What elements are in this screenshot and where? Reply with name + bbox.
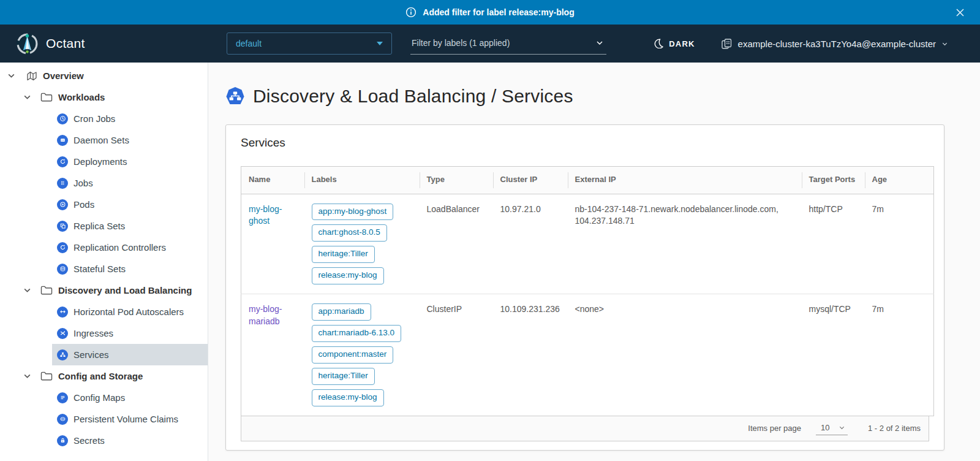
folder-icon [40,92,53,102]
cluster-selector[interactable]: example-cluster-ka3TuTzYo4a@example-clus… [721,38,948,50]
label-badge[interactable]: app:mariadb [312,303,371,321]
sidebar-item-label: Deployments [74,156,127,167]
sidebar-item-label: Replica Sets [74,221,125,231]
cell-labels: app:my-blog-ghost chart:ghost-8.0.5 heri… [304,194,420,294]
stateful-sets-icon [57,264,68,275]
label-filter-dropdown[interactable]: Filter by labels (1 applied) [410,32,606,55]
sidebar-item-label: Services [74,349,109,360]
sidebar-item-persistent-volume-claims[interactable]: Persistent Volume Claims [52,408,208,430]
sidebar-item-services[interactable]: Services [52,344,208,365]
label-badge[interactable]: chart:mariadb-6.13.0 [312,325,402,342]
secrets-icon [57,435,68,446]
deployments-icon [57,156,68,167]
sidebar-item-label: Jobs [74,178,93,188]
jobs-icon [57,178,68,189]
label-badge[interactable]: release:my-blog [312,389,384,406]
cron-jobs-icon [57,113,68,124]
info-icon [405,7,417,18]
sidebar-item-label: Config Maps [74,392,125,403]
cell-age: 7m [865,294,934,416]
cell-age: 7m [865,194,934,294]
namespace-dropdown[interactable]: default [227,32,392,55]
sidebar-item-config-maps[interactable]: Config Maps [52,387,208,408]
items-per-page-label: Items per page [748,424,801,433]
moon-icon [654,39,663,48]
dark-label: DARK [669,39,695,48]
sidebar-item-deployments[interactable]: Deployments [52,151,208,172]
items-per-page-select[interactable]: 10 [816,422,848,435]
sidebar-item-label: Daemon Sets [74,135,129,145]
banner-message: Added filter for label release:my-blog [423,7,574,17]
table-row: my-blog-mariadb app:mariadb chart:mariad… [241,294,934,416]
column-header-cluster-ip[interactable]: Cluster IP [493,167,568,194]
sidebar-item-ingresses[interactable]: Ingresses [52,322,208,344]
label-filter-text: Filter by labels (1 applied) [412,38,510,48]
cluster-switch-icon [721,38,733,50]
cell-type: LoadBalancer [420,194,493,294]
chevron-down-icon[interactable] [23,286,31,294]
chevron-down-icon [595,39,604,47]
items-per-page-value: 10 [821,423,829,432]
cell-name: my-blog-ghost [241,194,304,294]
chevron-down-icon[interactable] [23,372,31,380]
column-header-labels[interactable]: Labels [304,167,420,194]
sidebar-section-label: Discovery and Load Balancing [58,285,192,295]
sidebar-item-replica-sets[interactable]: Replica Sets [52,215,208,237]
persistent-volume-claims-icon [57,414,68,425]
label-badge[interactable]: heritage:Tiller [312,368,375,385]
dark-theme-toggle[interactable]: DARK [654,39,695,48]
brand[interactable]: Octant [0,32,209,55]
sidebar-section-workloads[interactable]: Workloads [0,86,208,108]
column-header-name[interactable]: Name [241,167,304,194]
sidebar-item-cron-jobs[interactable]: Cron Jobs [52,108,208,129]
ingresses-icon [57,328,68,339]
label-badge[interactable]: heritage:Tiller [312,246,375,263]
notification-banner: Added filter for label release:my-blog [0,0,980,25]
table-header-row: Name Labels Type Cluster IP External IP … [241,167,934,194]
column-header-external-ip[interactable]: External IP [568,167,802,194]
overview-map-icon [26,70,38,82]
chevron-down-icon[interactable] [7,72,15,80]
table-row: my-blog-ghost app:my-blog-ghost chart:gh… [241,194,934,294]
column-header-target-ports[interactable]: Target Ports [802,167,865,194]
label-badge[interactable]: component:master [312,346,394,364]
sidebar-item-horizontal-pod-autoscalers[interactable]: Horizontal Pod Autoscalers [52,301,208,322]
sidebar-item-replication-controllers[interactable]: Replication Controllers [52,237,208,258]
horizontal-pod-autoscalers-icon [57,307,68,318]
service-link-my-blog-ghost[interactable]: my-blog-ghost [249,204,282,226]
label-badge[interactable]: app:my-blog-ghost [312,204,394,221]
service-hexagon-icon [225,86,245,106]
app-header: Octant default Filter by labels (1 appli… [0,25,980,63]
sidebar-item-secrets[interactable]: Secrets [52,430,208,451]
cluster-name: example-cluster-ka3TuTzYo4a@example-clus… [738,39,936,49]
column-header-age[interactable]: Age [865,167,934,194]
pods-icon [57,199,68,210]
cell-external-ip: <none> [568,294,802,416]
sidebar-section-label: Config and Storage [58,371,143,381]
replication-controllers-icon [57,242,68,253]
cell-cluster-ip: 10.97.21.0 [493,194,568,294]
octant-logo-icon [16,32,39,55]
service-link-my-blog-mariadb[interactable]: my-blog-mariadb [249,304,282,326]
sidebar-item-daemon-sets[interactable]: Daemon Sets [52,129,208,151]
label-badge[interactable]: chart:ghost-8.0.5 [312,224,387,242]
folder-icon [40,371,53,381]
sidebar-section-label: Workloads [58,92,105,102]
sidebar-item-label: Overview [43,70,84,81]
sidebar-item-stateful-sets[interactable]: Stateful Sets [52,258,208,280]
replica-sets-icon [57,221,68,232]
sidebar-section-discovery-load-balancing[interactable]: Discovery and Load Balancing [0,280,208,301]
sidebar-item-jobs[interactable]: Jobs [52,172,208,194]
sidebar-item-label: Cron Jobs [74,113,115,124]
cell-labels: app:mariadb chart:mariadb-6.13.0 compone… [304,294,420,416]
label-badge[interactable]: release:my-blog [312,267,384,284]
close-icon[interactable] [955,0,965,25]
column-header-type[interactable]: Type [420,167,493,194]
chevron-down-icon[interactable] [23,93,31,101]
sidebar-section-config-and-storage[interactable]: Config and Storage [0,365,208,387]
cell-external-ip: nb-104-237-148-71.newark.nodebalancer.li… [568,194,802,294]
sidebar-item-pods[interactable]: Pods [52,194,208,215]
sidebar-item-overview[interactable]: Overview [0,65,208,86]
sidebar-item-label: Ingresses [74,328,113,338]
sidebar-item-label: Persistent Volume Claims [74,414,178,424]
